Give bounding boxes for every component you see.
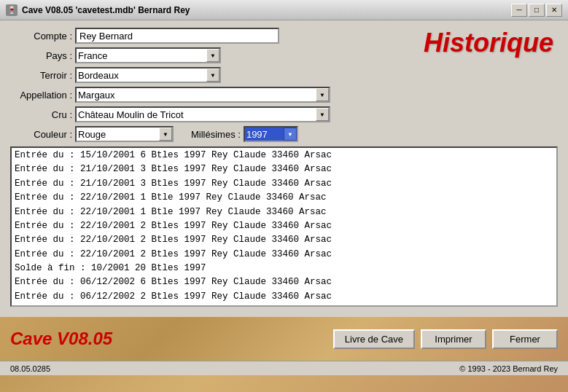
livre-de-cave-button[interactable]: Livre de Cave <box>333 329 415 349</box>
window-controls: ─ □ ✕ <box>511 4 562 17</box>
list-item[interactable]: Entrée du : 22/10/2001 2 Btles 1997 Rey … <box>15 233 553 247</box>
millesimes-select[interactable]: 1997 1998 1999 <box>244 126 298 142</box>
pays-select[interactable]: France Espagne Italie <box>75 47 221 63</box>
terroir-select[interactable]: Bordeaux Bourgogne <box>75 67 221 83</box>
pays-select-wrapper: France Espagne Italie ▼ <box>75 47 221 63</box>
cru-select[interactable]: Château Moulin de Tricot Château Margaux <box>75 106 330 122</box>
list-item[interactable]: Entrée du : 15/10/2001 6 Btles 1997 Rey … <box>15 149 553 162</box>
version-label: 08.05.0285 <box>10 364 50 373</box>
form-area: Historique Compte : Pays : France Espagn… <box>0 20 568 317</box>
couleur-select-wrapper: Rouge Blanc Rosé ▼ <box>75 126 174 142</box>
couleur-select[interactable]: Rouge Blanc Rosé <box>75 126 174 142</box>
list-item[interactable]: Solde à fin : 10/2001 20 Btles 1997 <box>15 262 553 275</box>
couleur-millesimes-row: Couleur : Rouge Blanc Rosé ▼ Millésimes … <box>10 126 558 142</box>
main-window: 🍷 Cave V08.05 'cavetest.mdb' Bernard Rey… <box>0 0 568 392</box>
list-item[interactable]: Sortie du : 15/12/2002 2 Btles 1997 <box>15 304 553 307</box>
appellation-select-wrapper: Margaux Pauillac ▼ <box>75 87 330 103</box>
list-item[interactable]: Entrée du : 21/10/2001 3 Btles 1997 Rey … <box>15 162 553 176</box>
list-item[interactable]: Entrée du : 22/10/2001 2 Btles 1997 Rey … <box>15 248 553 262</box>
appellation-select[interactable]: Margaux Pauillac <box>75 87 330 103</box>
terroir-select-wrapper: Bordeaux Bourgogne ▼ <box>75 67 221 83</box>
history-list-inner: Entrée du : 15/10/2001 6 Btles 1997 Rey … <box>12 148 556 307</box>
millesimes-select-wrapper: 1997 1998 1999 ▼ <box>244 126 298 142</box>
bottom-panel: Cave V08.05 Livre de Cave Imprimer Ferme… <box>0 317 568 361</box>
millesimes-label: Millésimes : <box>191 129 241 140</box>
cru-label: Cru : <box>10 109 72 120</box>
cru-select-wrapper: Château Moulin de Tricot Château Margaux… <box>75 106 330 122</box>
cru-row: Cru : Château Moulin de Tricot Château M… <box>10 106 558 122</box>
appellation-label: Appellation : <box>10 90 72 101</box>
window-title: Cave V08.05 'cavetest.mdb' Bernard Rey <box>22 5 190 15</box>
fermer-button[interactable]: Fermer <box>492 329 558 349</box>
terroir-row: Terroir : Bordeaux Bourgogne ▼ <box>10 67 558 83</box>
bottom-buttons: Livre de Cave Imprimer Fermer <box>333 329 558 349</box>
compte-label: Compte : <box>10 31 72 42</box>
footer-bar: 08.05.0285 © 1993 - 2023 Bernard Rey <box>0 361 568 375</box>
compte-input[interactable] <box>75 28 279 44</box>
imprimer-button[interactable]: Imprimer <box>421 329 486 349</box>
maximize-button[interactable]: □ <box>529 4 545 17</box>
list-item[interactable]: Entrée du : 22/10/2001 1 Btle 1997 Rey C… <box>15 205 553 219</box>
title-bar: 🍷 Cave V08.05 'cavetest.mdb' Bernard Rey… <box>0 0 568 20</box>
terroir-label: Terroir : <box>10 70 72 81</box>
couleur-label: Couleur : <box>10 129 72 140</box>
history-list[interactable]: Entrée du : 15/10/2001 6 Btles 1997 Rey … <box>10 146 558 307</box>
title-bar-left: 🍷 Cave V08.05 'cavetest.mdb' Bernard Rey <box>6 4 190 16</box>
historique-title: Historique <box>424 28 553 58</box>
copyright-label: © 1993 - 2023 Bernard Rey <box>459 364 558 373</box>
list-item[interactable]: Entrée du : 21/10/2001 3 Btles 1997 Rey … <box>15 177 553 191</box>
list-item[interactable]: Entrée du : 06/12/2002 2 Btles 1997 Rey … <box>15 290 553 304</box>
list-item[interactable]: Entrée du : 06/12/2002 6 Btles 1997 Rey … <box>15 275 553 289</box>
list-item[interactable]: Entrée du : 22/10/2001 1 Btle 1997 Rey C… <box>15 191 553 205</box>
list-item[interactable]: Entrée du : 22/10/2001 2 Btles 1997 Rey … <box>15 219 553 233</box>
minimize-button[interactable]: ─ <box>511 4 527 17</box>
cave-version-title: Cave V08.05 <box>10 329 112 349</box>
close-button[interactable]: ✕ <box>546 4 562 17</box>
app-icon: 🍷 <box>6 4 17 16</box>
appellation-row: Appellation : Margaux Pauillac ▼ <box>10 87 558 103</box>
pays-label: Pays : <box>10 50 72 61</box>
